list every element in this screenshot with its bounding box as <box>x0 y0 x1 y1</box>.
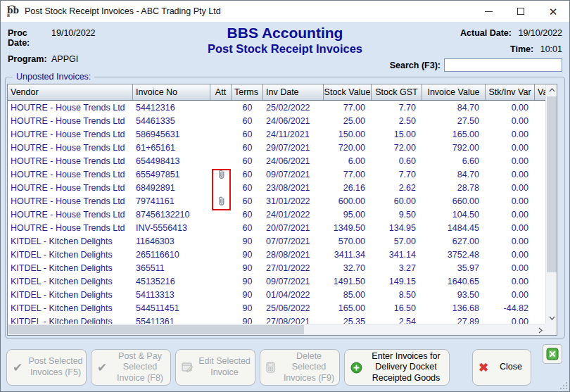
table-row[interactable]: HOUTRE - House Trends Ltd544123166025/02… <box>8 101 547 114</box>
button-label: Post & Pay Selected Invoice (F8) <box>113 351 167 384</box>
table-row[interactable]: HOUTRE - House Trends Ltd797411616031/01… <box>8 194 547 208</box>
cell-stock_gst: 341.14 <box>372 248 422 261</box>
table-row[interactable]: HOUTRE - House Trends Ltd61+651616029/07… <box>8 141 547 154</box>
cell-invoice_no: 61+65161 <box>133 141 210 154</box>
column-header-inv_date[interactable]: Inv Date <box>263 84 324 100</box>
minimize-button[interactable] <box>472 1 505 22</box>
post-selected-invoices-button[interactable]: ✔Post Selected Invoices (F5) <box>6 349 87 386</box>
table-row[interactable]: KITDEL - Kitchen Delights3655119027/01/2… <box>8 261 547 274</box>
attachment-cell <box>210 101 232 114</box>
cell-inv_date: 25/02/2022 <box>263 101 324 114</box>
export-to-excel-button[interactable] <box>543 344 562 364</box>
cell-stk_inv_var: 0.00 <box>486 194 535 208</box>
table-row[interactable]: HOUTRE - House Trends Ltd6544984136024/0… <box>8 154 547 167</box>
cell-invoice_value: 660.00 <box>422 194 486 208</box>
close-window-button[interactable]: ✕ <box>537 1 569 22</box>
cell-stock_gst: 15.00 <box>372 127 422 141</box>
column-header-invoice_value[interactable]: Invoice Value <box>422 84 486 100</box>
scroll-down-icon[interactable] <box>546 312 557 324</box>
attachment-cell <box>210 248 232 261</box>
column-header-stk_inv_var[interactable]: Stk/Inv Var <box>486 84 535 100</box>
cell-stock_gst: 2.50 <box>372 114 422 127</box>
table-row[interactable]: HOUTRE - House Trends LtdINV-55564136020… <box>8 221 547 234</box>
cell-terms: 90 <box>232 288 263 301</box>
cell-stock_value: 600.00 <box>324 194 372 208</box>
paperclip-icon <box>217 196 226 206</box>
attachment-cell <box>210 194 232 208</box>
cell-invoice_value: 27.50 <box>422 114 486 127</box>
enter-delivery-docket-invoices-button[interactable]: Enter Invoices for Delivery Docket Recei… <box>344 349 450 386</box>
cell-stock_value: 1349.50 <box>324 221 372 234</box>
column-header-invoice_no[interactable]: Invoice No <box>133 84 210 100</box>
table-row[interactable]: KITDEL - Kitchen Delights541133139001/04… <box>8 288 547 301</box>
vertical-scrollbar-thumb[interactable] <box>547 96 557 272</box>
cell-stock_gst: 0.60 <box>372 154 422 167</box>
horizontal-scrollbar[interactable] <box>8 324 546 335</box>
table-row[interactable]: HOUTRE - House Trends Ltd6554978516009/0… <box>8 167 547 181</box>
horizontal-scrollbar-thumb[interactable] <box>8 325 304 334</box>
attachment-cell <box>210 154 232 167</box>
window-title: Post Stock Receipt Invoices - ABC Tradin… <box>25 6 221 16</box>
table-row[interactable]: HOUTRE - House Trends Ltd544613356024/06… <box>8 114 547 127</box>
cell-stock_value: 1491.50 <box>324 274 372 288</box>
invoice-table-header: VendorInvoice NoAttTermsInv DateStock Va… <box>8 84 547 101</box>
attachment-cell <box>210 127 232 141</box>
close-button[interactable]: ✖Close <box>472 349 531 386</box>
column-header-vendor[interactable]: Vendor <box>8 84 133 100</box>
table-row[interactable]: KITDEL - Kitchen Delights5445114519025/0… <box>8 301 547 315</box>
search-input[interactable] <box>444 58 562 72</box>
cell-stock_value: 150.00 <box>324 127 372 141</box>
cell-vendor: KITDEL - Kitchen Delights <box>8 261 133 274</box>
button-label: Enter Invoices for Delivery Docket Recei… <box>366 351 446 384</box>
table-row[interactable]: KITDEL - Kitchen Delights116463039007/07… <box>8 234 547 248</box>
column-header-terms[interactable]: Terms <box>232 84 263 100</box>
table-row[interactable]: HOUTRE - House Trends Ltd874561322106024… <box>8 208 547 221</box>
actual-date-value: 19/10/2022 <box>518 28 562 38</box>
cell-invoice_no: 655497851 <box>133 167 210 181</box>
cell-stk_inv_var: 0.00 <box>486 101 535 114</box>
resize-grip[interactable] <box>559 381 568 390</box>
table-row[interactable]: HOUTRE - House Trends Ltd684928916023/08… <box>8 181 547 194</box>
scroll-right-icon[interactable] <box>535 324 546 336</box>
cell-stock_gst: 149.15 <box>372 274 422 288</box>
cell-invoice_no: 87456132210 <box>133 208 210 221</box>
close-icon: ✕ <box>549 6 558 17</box>
table-row[interactable]: KITDEL - Kitchen Delights451352169009/07… <box>8 274 547 288</box>
cell-stk_inv_var: 0.00 <box>486 261 535 274</box>
svg-text:s: s <box>7 12 10 18</box>
attachment-cell <box>210 181 232 194</box>
vertical-scrollbar[interactable] <box>545 84 557 324</box>
column-header-stock_gst[interactable]: Stock GST <box>372 84 422 100</box>
cell-inv_date: 31/01/2022 <box>263 194 324 208</box>
delete-selected-invoices-button[interactable]: Delete Selected Invoices (F9) <box>260 349 340 386</box>
invoice-table-body: HOUTRE - House Trends Ltd544123166025/02… <box>8 101 547 328</box>
cell-vendor: HOUTRE - House Trends Ltd <box>8 167 133 181</box>
cell-vendor: HOUTRE - House Trends Ltd <box>8 181 133 194</box>
post-pay-selected-invoice-button[interactable]: ✔Post & Pay Selected Invoice (F8) <box>91 349 171 386</box>
cell-stock_gst: 3.27 <box>372 261 422 274</box>
cell-stk_inv_var: 0.00 <box>486 114 535 127</box>
scroll-up-icon[interactable] <box>546 84 557 96</box>
cell-invoice_no: 654498413 <box>133 154 210 167</box>
cell-vendor: KITDEL - Kitchen Delights <box>8 301 133 315</box>
column-header-stock_value[interactable]: Stock Value <box>324 84 372 100</box>
table-row[interactable]: HOUTRE - House Trends Ltd5869456316024/1… <box>8 127 547 141</box>
edit-selected-invoice-button[interactable]: Edit Selected Invoice <box>175 349 255 386</box>
maximize-button[interactable] <box>505 1 537 22</box>
table-row[interactable]: KITDEL - Kitchen Delights2651166109028/0… <box>8 248 547 261</box>
cell-stock_value: 85.00 <box>324 288 372 301</box>
cell-stock_gst: 60.00 <box>372 194 422 208</box>
column-header-att[interactable]: Att <box>210 84 232 100</box>
cell-inv_date: 20/07/2021 <box>263 221 324 234</box>
attachment-cell <box>210 208 232 221</box>
cell-inv_date: 29/07/2021 <box>263 141 324 154</box>
cell-terms: 60 <box>232 141 263 154</box>
cell-stk_inv_var: 0.00 <box>486 288 535 301</box>
cell-terms: 90 <box>232 234 263 248</box>
cell-invoice_value: 627.00 <box>422 234 486 248</box>
cell-vendor: KITDEL - Kitchen Delights <box>8 234 133 248</box>
actual-date-label: Actual Date: <box>460 28 512 38</box>
program-value: APPGI <box>51 54 78 64</box>
cell-invoice_no: 54461335 <box>133 114 210 127</box>
cell-stock_gst: 8.50 <box>372 288 422 301</box>
